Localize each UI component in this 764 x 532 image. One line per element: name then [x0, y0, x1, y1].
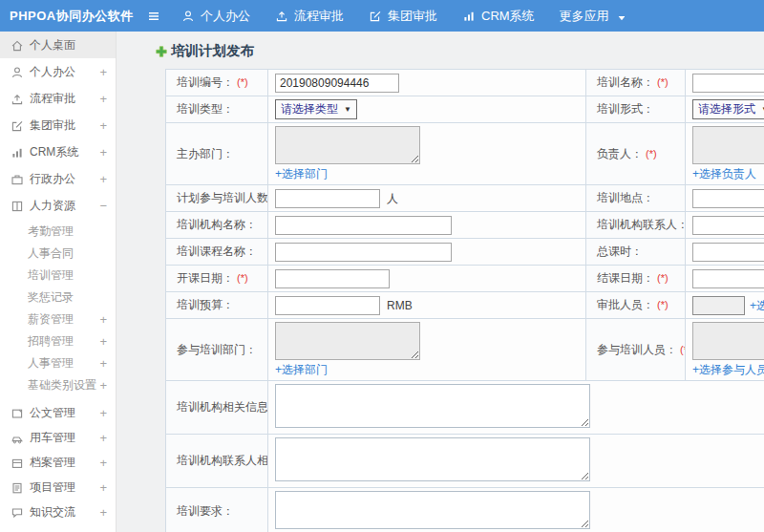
training-no-input[interactable]: [275, 74, 399, 93]
leader-textarea[interactable]: [692, 126, 764, 164]
sidebar-item-vehicle[interactable]: 用车管理 +: [0, 425, 116, 450]
nav-group-approval[interactable]: 集团审批: [369, 8, 437, 25]
expand-icon[interactable]: +: [99, 505, 107, 520]
expand-icon[interactable]: +: [99, 431, 107, 445]
sidebar-item-workflow-approval[interactable]: 流程审批 +: [0, 85, 116, 112]
select-approver-link[interactable]: +选择审批人员: [750, 299, 764, 312]
leader-label: 负责人：(*): [586, 123, 686, 185]
expand-icon[interactable]: +: [99, 312, 107, 327]
expand-icon[interactable]: +: [99, 480, 107, 495]
participant-count-input[interactable]: [275, 189, 380, 208]
sidebar-subitem-training[interactable]: 培训管理: [0, 265, 116, 287]
org-contact-input[interactable]: [692, 216, 764, 235]
form-row: 培训要求：: [166, 488, 764, 532]
main-content: 培训计划发布 培训编号：(*) 培训名称：(*) 培训类型： 请选择类型 ▼: [117, 32, 764, 532]
location-input[interactable]: [692, 189, 764, 208]
nav-workflow-approval[interactable]: 流程审批: [275, 8, 344, 25]
training-type-label: 培训类型：: [166, 96, 268, 123]
sidebar-subitem-base-category[interactable]: 基础类别设置 +: [0, 374, 116, 396]
participating-dept-textarea[interactable]: [275, 322, 420, 360]
caret-down-icon: ▼: [344, 105, 351, 114]
expand-icon[interactable]: +: [99, 406, 107, 420]
project-icon: [11, 481, 23, 494]
home-icon: [11, 39, 23, 52]
sidebar-hr-submenu: 考勤管理 人事合同 培训管理 奖惩记录 薪资管理 + 招聘管理 + 人事管理 +…: [0, 219, 116, 400]
sidebar-item-archive[interactable]: 档案管理 +: [0, 450, 116, 475]
sidebar-subitem-attendance[interactable]: 考勤管理: [0, 221, 116, 243]
nav-more-apps[interactable]: 更多应用: [560, 8, 625, 25]
form-row: 培训机构名称： 培训机构联系人：: [166, 212, 764, 239]
nav-personal-office[interactable]: 个人办公: [181, 8, 250, 25]
org-info-textarea[interactable]: [275, 384, 590, 428]
expand-icon[interactable]: +: [99, 356, 107, 371]
participating-people-label: 参与培训人员：(*): [586, 319, 686, 381]
select-participants-link[interactable]: +选择参与人员: [692, 362, 764, 378]
sidebar-subitem-reward-record[interactable]: 奖惩记录: [0, 287, 116, 309]
select-leader-link[interactable]: +选择负责人: [692, 166, 756, 182]
book-icon: [11, 200, 23, 212]
briefcase-icon: [11, 173, 23, 185]
hamburger-icon: [147, 10, 160, 23]
sidebar-subitem-recruit[interactable]: 招聘管理 +: [0, 330, 116, 352]
top-nav: 个人办公 流程审批 集团审批 CRM系统 更多应用: [181, 8, 625, 25]
sidebar-subitem-personnel[interactable]: 人事管理 +: [0, 352, 116, 374]
form-row: 计划参与培训人数：(*) 人 培训地点：: [166, 185, 764, 212]
form-row: 培训机构联系人相关信息：: [166, 435, 764, 488]
form-row: 开课日期：(*) 结课日期：(*): [166, 266, 764, 292]
sidebar-item-project[interactable]: 项目管理 +: [0, 475, 116, 500]
end-date-input[interactable]: [692, 269, 764, 288]
end-date-label: 结课日期：(*): [586, 266, 686, 292]
participating-people-textarea[interactable]: [692, 322, 764, 360]
start-date-input[interactable]: [275, 269, 390, 288]
host-dept-label: 主办部门：: [166, 123, 268, 185]
expand-icon[interactable]: +: [99, 65, 107, 79]
expand-icon[interactable]: +: [99, 378, 107, 393]
org-name-input[interactable]: [275, 216, 452, 235]
contact-info-label: 培训机构联系人相关信息：: [166, 435, 268, 488]
select-dept-link[interactable]: +选择部门: [275, 362, 328, 378]
start-date-label: 开课日期：(*): [166, 266, 268, 292]
expand-icon[interactable]: +: [99, 145, 107, 160]
approver-input[interactable]: [692, 296, 745, 315]
collapse-icon[interactable]: −: [99, 199, 107, 213]
requirements-textarea[interactable]: [275, 491, 590, 529]
top-bar: PHPOA协同办公软件 个人办公 流程审批 集团审批 CRM系统 更多应用: [0, 0, 764, 32]
sidebar-item-personal-desktop[interactable]: 个人桌面: [0, 32, 116, 58]
sidebar-subitem-salary[interactable]: 薪资管理 +: [0, 309, 116, 330]
sidebar-item-group-approval[interactable]: 集团审批 +: [0, 112, 116, 138]
budget-input[interactable]: [275, 296, 380, 315]
expand-icon[interactable]: +: [99, 172, 107, 186]
requirements-label: 培训要求：: [166, 488, 268, 532]
select-dept-link[interactable]: +选择部门: [275, 166, 328, 182]
course-name-label: 培训课程名称：: [166, 239, 268, 266]
user-icon: [181, 10, 195, 23]
menu-toggle-button[interactable]: [147, 10, 160, 23]
nav-crm-system[interactable]: CRM系统: [462, 8, 535, 25]
sidebar-item-crm[interactable]: CRM系统 +: [0, 138, 116, 165]
sidebar-item-hr[interactable]: 人力资源 −: [0, 192, 116, 219]
sidebar-item-admin-office[interactable]: 行政办公 +: [0, 165, 116, 192]
expand-icon[interactable]: +: [99, 118, 107, 133]
expand-icon[interactable]: +: [99, 456, 107, 470]
expand-icon[interactable]: +: [99, 334, 107, 349]
org-contact-label: 培训机构联系人：: [586, 212, 686, 239]
sidebar-item-official-doc[interactable]: 公文管理 +: [0, 400, 116, 425]
upload-icon: [11, 93, 23, 105]
sidebar-subitem-hr-contract[interactable]: 人事合同: [0, 243, 116, 265]
host-dept-textarea[interactable]: [275, 126, 420, 164]
doc-icon: [11, 407, 23, 419]
total-hours-input[interactable]: [692, 243, 764, 262]
form-row: 培训课程名称： 总课时：: [166, 239, 764, 266]
training-type-select[interactable]: 请选择类型 ▼: [275, 99, 357, 119]
course-name-input[interactable]: [275, 243, 452, 262]
form-row: 参与培训部门： +选择部门 参与培训人员：(*) +选择参与人员: [166, 319, 764, 381]
training-no-label: 培训编号：(*): [166, 70, 268, 96]
required-mark: (*): [657, 76, 668, 88]
required-mark: (*): [657, 299, 668, 310]
training-form-select[interactable]: 请选择形式 ▼: [692, 99, 764, 119]
expand-icon[interactable]: +: [99, 92, 107, 106]
contact-info-textarea[interactable]: [275, 437, 590, 481]
training-name-input[interactable]: [692, 74, 764, 93]
sidebar-item-knowledge[interactable]: 知识交流 +: [0, 500, 116, 524]
sidebar-item-personal-office[interactable]: 个人办公 +: [0, 58, 116, 85]
